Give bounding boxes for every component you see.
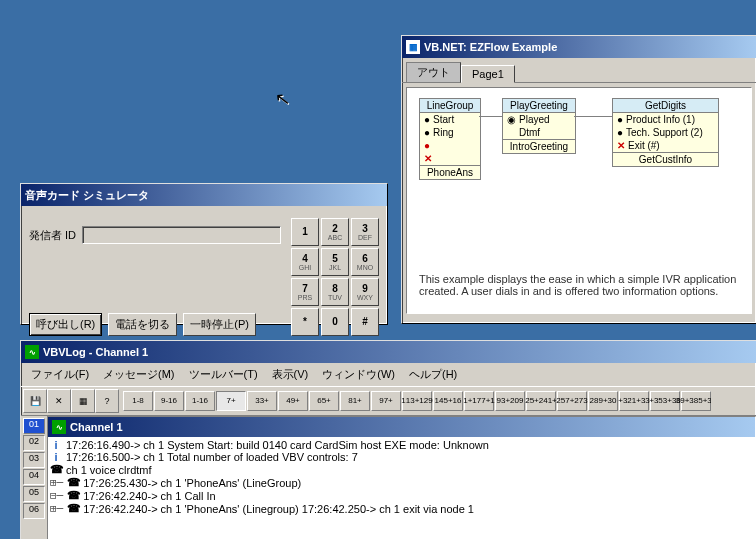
log-line[interactable]: i17:26:16.490-> ch 1 System Start: build… [50, 439, 753, 451]
channel-range-button[interactable]: 33+ [247, 391, 277, 411]
connector [479, 116, 502, 117]
grid-button[interactable]: ▦ [71, 389, 95, 413]
keypad: 12ABC3DEF4GHI5JKL6MNO7PRS8TUV9WXY*0# [291, 218, 379, 336]
ezflow-window: ▦ VB.NET: EZFlow Example アウト Page1 LineG… [401, 35, 756, 324]
channel-range-button[interactable]: 65+ [309, 391, 339, 411]
menu-help[interactable]: ヘルプ(H) [403, 365, 463, 384]
channel-range-button[interactable]: 25+241+ [526, 391, 556, 411]
app-icon: ∿ [25, 345, 39, 359]
channel-range-button[interactable]: 97+ [371, 391, 401, 411]
channel-range-button[interactable]: 145+16 [433, 391, 463, 411]
log-panel: ∿ Channel 1 i17:26:16.490-> ch 1 System … [47, 416, 756, 539]
channel-select-01[interactable]: 01 [23, 418, 45, 434]
menu-view[interactable]: 表示(V) [266, 365, 315, 384]
phone-icon: ☎ [67, 502, 79, 515]
channel-range-button[interactable]: 1+177+1 [464, 391, 494, 411]
log-line[interactable]: ☎ch 1 voice clrdtmf [50, 463, 753, 476]
panel-title: Channel 1 [70, 421, 123, 433]
channel-range-button[interactable]: 39+385+38 [681, 391, 711, 411]
node-linegroup[interactable]: LineGroup ●Start ●Ring ● ✕ PhoneAns [419, 98, 481, 180]
connector [574, 116, 612, 117]
window-title: VBVLog - Channel 1 [43, 346, 148, 358]
example-caption: This example displays the ease in which … [419, 273, 739, 297]
menu-message[interactable]: メッセージ(M) [97, 365, 181, 384]
channel-range-button[interactable]: 1-16 [185, 391, 215, 411]
vbvlog-titlebar[interactable]: ∿ VBVLog - Channel 1 [21, 341, 756, 363]
channel-range-button[interactable]: 257+273 [557, 391, 587, 411]
key-8[interactable]: 8TUV [321, 278, 349, 306]
key-7[interactable]: 7PRS [291, 278, 319, 306]
flow-canvas[interactable]: LineGroup ●Start ●Ring ● ✕ PhoneAns Play… [406, 87, 752, 314]
key-5[interactable]: 5JKL [321, 248, 349, 276]
log-line[interactable]: ⊟─☎17:26:42.240-> ch 1 Call In [50, 489, 753, 502]
log-line[interactable]: ⊞─☎17:26:25.430-> ch 1 'PhoneAns' (LineG… [50, 476, 753, 489]
channel-select-04[interactable]: 04 [23, 469, 45, 485]
key-9[interactable]: 9WXY [351, 278, 379, 306]
menu-file[interactable]: ファイル(F) [25, 365, 95, 384]
ezflow-titlebar[interactable]: ▦ VB.NET: EZFlow Example [402, 36, 756, 58]
help-button[interactable]: ? [95, 389, 119, 413]
key-0[interactable]: 0 [321, 308, 349, 336]
caller-id-label: 発信者 ID [29, 228, 76, 243]
panel-icon: ∿ [52, 420, 66, 434]
channel-range-button[interactable]: +321+33 [619, 391, 649, 411]
key-4[interactable]: 4GHI [291, 248, 319, 276]
window-title: VB.NET: EZFlow Example [424, 41, 557, 53]
info-icon: i [50, 451, 62, 463]
menu-toolbar[interactable]: ツールバー(T) [183, 365, 264, 384]
key-2[interactable]: 2ABC [321, 218, 349, 246]
channel-column: 010203040506 [21, 416, 47, 539]
log-lines[interactable]: i17:26:16.490-> ch 1 System Start: build… [48, 437, 755, 539]
channel-range-button[interactable]: 49+ [278, 391, 308, 411]
save-button[interactable]: 💾 [23, 389, 47, 413]
info-icon: i [50, 439, 62, 451]
channel-range-button[interactable]: 113+129 [402, 391, 432, 411]
delete-button[interactable]: ✕ [47, 389, 71, 413]
key-*[interactable]: * [291, 308, 319, 336]
key-#[interactable]: # [351, 308, 379, 336]
log-line[interactable]: i17:26:16.500-> ch 1 Total number of loa… [50, 451, 753, 463]
channel-range-button[interactable]: 7+ [216, 391, 246, 411]
toolbar: 💾 ✕ ▦ ? 1-89-161-167+33+49+65+81+97+113+… [21, 386, 756, 416]
key-6[interactable]: 6MNO [351, 248, 379, 276]
key-3[interactable]: 3DEF [351, 218, 379, 246]
key-1[interactable]: 1 [291, 218, 319, 246]
simulator-window: 音声カード シミュレータ 発信者 ID 呼び出し(R) 電話を切る 一時停止(P… [20, 183, 388, 325]
channel-select-03[interactable]: 03 [23, 452, 45, 468]
channel-range-button[interactable]: 9-16 [154, 391, 184, 411]
vbvlog-window: ∿ VBVLog - Channel 1 ファイル(F) メッセージ(M) ツー… [20, 340, 756, 539]
channel-range-button[interactable]: 289+30 [588, 391, 618, 411]
channel-select-06[interactable]: 06 [23, 503, 45, 519]
channel-range-button[interactable]: 93+209 [495, 391, 525, 411]
node-playgreeting[interactable]: PlayGreeting ◉Played ◉Dtmf IntroGreeting [502, 98, 576, 154]
channel-select-02[interactable]: 02 [23, 435, 45, 451]
channel-select-05[interactable]: 05 [23, 486, 45, 502]
channel-range-button[interactable]: 81+ [340, 391, 370, 411]
app-icon: ▦ [406, 40, 420, 54]
mouse-cursor [274, 87, 292, 111]
hangup-button[interactable]: 電話を切る [108, 313, 177, 336]
pause-button[interactable]: 一時停止(P) [183, 313, 256, 336]
tab-out[interactable]: アウト [406, 62, 461, 83]
node-getdigits[interactable]: GetDigits ●Product Info (1) ●Tech. Suppo… [612, 98, 719, 167]
phone-icon: ☎ [67, 476, 79, 489]
window-title: 音声カード シミュレータ [25, 188, 149, 203]
phone-icon: ☎ [67, 489, 79, 502]
log-line[interactable]: ⊞─☎17:26:42.240-> ch 1 'PhoneAns' (Lineg… [50, 502, 753, 515]
menu-window[interactable]: ウィンドウ(W) [316, 365, 401, 384]
phone-icon: ☎ [50, 463, 62, 476]
simulator-titlebar[interactable]: 音声カード シミュレータ [21, 184, 387, 206]
menubar: ファイル(F) メッセージ(M) ツールバー(T) 表示(V) ウィンドウ(W)… [21, 363, 756, 386]
dial-button[interactable]: 呼び出し(R) [29, 313, 102, 336]
channel-range-button[interactable]: 1-8 [123, 391, 153, 411]
caller-id-input[interactable] [82, 226, 281, 244]
tab-page1[interactable]: Page1 [461, 65, 515, 83]
